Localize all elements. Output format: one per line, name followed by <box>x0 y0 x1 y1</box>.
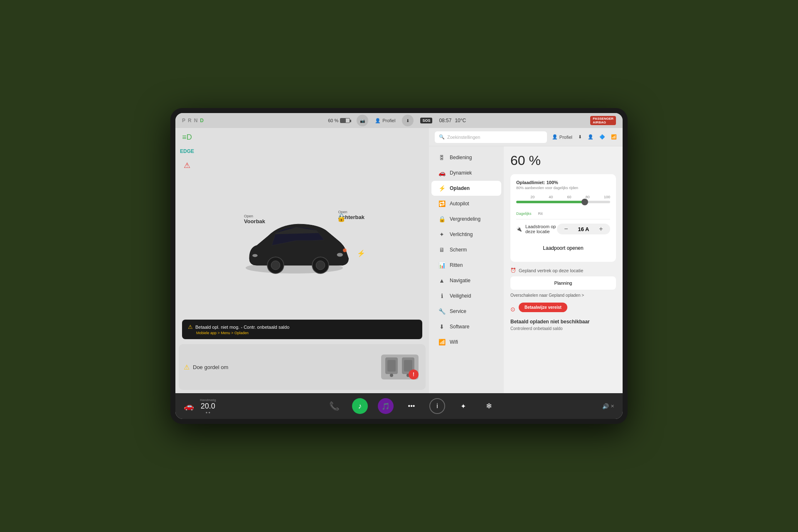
spotify-button[interactable]: ♪ <box>352 398 368 414</box>
person-btn[interactable]: 👤 <box>588 134 594 140</box>
slider-label-40: 40 <box>549 195 553 199</box>
ritten-label: Ritten <box>450 262 463 268</box>
taskbar-temp-display: Handmatig 20.0 ●● <box>200 398 216 414</box>
sidebar-item-wifi[interactable]: 📶 Wifi <box>431 335 501 350</box>
charge-current-text: Laadstroom op deze locatie <box>525 224 556 234</box>
open-port-button[interactable]: Laadpoort openen <box>516 240 610 256</box>
phone-button[interactable]: 📞 <box>326 398 342 414</box>
alert-icon: ⚠ <box>181 160 193 171</box>
sidebar-item-service[interactable]: 🔧 Service <box>431 304 501 319</box>
charge-slider-container[interactable] <box>516 201 610 209</box>
search-placeholder: Zoekinstellingen <box>447 135 480 140</box>
sidebar-item-software[interactable]: ⬇ Software <box>431 319 501 334</box>
wifi-label: Wifi <box>450 339 458 345</box>
headlight-icon: ≡D <box>181 131 193 143</box>
seatbelt-text: Doe gordel om <box>193 364 228 370</box>
vergrendeling-icon: 🔒 <box>438 216 446 222</box>
sos-badge[interactable]: SOS <box>420 118 432 123</box>
profile-btn-top[interactable]: 👤 Profiel <box>375 118 395 123</box>
seatbelt-icon: ⚠ <box>184 363 190 371</box>
current-value: 16 A <box>575 226 592 232</box>
sidebar-item-dynamiek[interactable]: 🚗 Dynamiek <box>431 165 501 180</box>
media-button[interactable]: 🎵 <box>378 398 394 414</box>
svg-point-1 <box>337 253 343 256</box>
search-icon: 🔍 <box>439 134 445 140</box>
prnd-display: P R N D <box>182 118 204 123</box>
slider-thumb[interactable] <box>581 199 588 205</box>
slider-label-80: 80 <box>586 195 590 199</box>
climate-button[interactable]: ❄ <box>481 398 497 414</box>
airbag-alert-badge: ! <box>409 369 419 379</box>
bluetooth-btn[interactable]: 🔷 <box>599 134 605 140</box>
slider-label-20: 20 <box>530 195 534 199</box>
taskbar-car-icon[interactable]: 🚗 <box>184 401 194 411</box>
planning-button[interactable]: Planning <box>510 276 616 290</box>
bluetooth-icon: 🔷 <box>599 134 605 140</box>
bediening-label: Bediening <box>450 155 472 160</box>
status-bar: P R N D 60 % 📷 👤 Profiel ⬇ SOS 08:57 <box>175 113 623 128</box>
taskbar-temp-value: 20.0 <box>201 402 215 411</box>
warning-triangle-icon: ⚠ <box>188 324 193 330</box>
screen-bezel: P R N D 60 % 📷 👤 Profiel ⬇ SOS 08:57 <box>170 108 628 424</box>
camera-icon-btn[interactable]: 📷 <box>357 115 368 126</box>
sidebar-item-navigatie[interactable]: ▲ Navigatie <box>431 273 501 288</box>
vergrendeling-label: Vergrendeling <box>450 216 480 222</box>
gear-n: N <box>194 118 198 123</box>
sidebar-item-verlichting[interactable]: ✦ Verlichting <box>431 227 501 242</box>
plug-icon: 🔌 <box>516 227 522 232</box>
profile-label: Profiel <box>559 135 572 140</box>
svg-point-7 <box>343 248 347 252</box>
verlichting-label: Verlichting <box>450 232 473 237</box>
dynamiek-icon: 🚗 <box>438 170 446 176</box>
sidebar-item-autopilot[interactable]: 🔁 Autopilot <box>431 196 501 211</box>
download-icon: ⬇ <box>578 134 582 140</box>
autopilot-button[interactable]: ✦ <box>455 398 471 414</box>
volume-control[interactable]: 🔊 ✕ <box>602 403 614 409</box>
svg-point-4 <box>271 261 280 270</box>
increase-current-btn[interactable]: + <box>597 225 605 233</box>
profile-label-top: Profiel <box>382 118 395 123</box>
decrease-current-btn[interactable]: − <box>562 225 570 233</box>
wifi-btn[interactable]: 📶 <box>611 134 617 140</box>
sidebar-item-opladen[interactable]: ⚡ Opladen <box>431 181 501 196</box>
sidebar-item-scherm[interactable]: 🖥 Scherm <box>431 242 501 257</box>
ritten-icon: 📊 <box>438 262 446 268</box>
daily-label: Dagelijks <box>516 212 532 216</box>
speaker-icon: 🔊 <box>602 403 609 409</box>
bottom-left-panel: ⚠ Doe gordel om <box>179 344 426 390</box>
scheduled-section: ⏰ Gepland vertrek op deze locatie Planni… <box>510 268 616 331</box>
right-panel: 🔍 Zoekinstellingen 👤 Profiel ⬇ 👤 <box>429 128 623 393</box>
switch-link[interactable]: Overschakelen naar Gepland opladen > <box>510 293 616 298</box>
main-content: ≡D EDGE ⚠ Open Voorbak Open Achterbak <box>175 128 623 393</box>
veiligheid-icon: ℹ <box>438 293 446 299</box>
download-icon-btn[interactable]: ⬇ <box>402 115 414 126</box>
more-button[interactable]: ••• <box>404 398 419 414</box>
info-button[interactable]: i <box>429 398 445 414</box>
profile-btn[interactable]: 👤 Profiel <box>552 134 572 140</box>
charge-limit-title: Oplaadlimiet: 100% <box>516 180 610 185</box>
scheduled-title-text: Gepland vertrek op deze locatie <box>519 268 583 273</box>
warning-sub-text: Mobiele app > Menu > Opladen <box>196 331 416 335</box>
slider-fill <box>516 201 587 203</box>
gear-p: P <box>182 118 185 123</box>
taskbar: 🚗 Handmatig 20.0 ●● 📞 ♪ 🎵 ••• i ✦ ❄ <box>175 393 623 419</box>
screen: P R N D 60 % 📷 👤 Profiel ⬇ SOS 08:57 <box>175 113 623 419</box>
mute-x-icon: ✕ <box>611 404 614 409</box>
profile-icon: 👤 <box>552 134 558 140</box>
download-btn[interactable]: ⬇ <box>578 134 582 140</box>
autopilot-icon: 🔁 <box>438 200 446 207</box>
seatbelt-warning: ⚠ Doe gordel om <box>184 363 228 371</box>
slider-track <box>516 201 610 203</box>
sidebar-item-veiligheid[interactable]: ℹ Veiligheid <box>431 288 501 303</box>
paid-charge-sub: Controleerd onbetaald saldo <box>510 326 616 331</box>
sidebar-item-bediening[interactable]: 🎛 Bediening <box>431 150 501 165</box>
search-box[interactable]: 🔍 Zoekinstellingen <box>435 131 547 143</box>
car-svg <box>236 210 360 285</box>
clock: 08:57 <box>439 118 451 123</box>
warning-text: Betaald opl. niet mog. - Contr. onbetaal… <box>195 325 289 330</box>
charge-limit-sub: 80% aanbevolen voor dagelijks rijden <box>516 186 610 190</box>
sidebar-item-ritten[interactable]: 📊 Ritten <box>431 258 501 273</box>
sidebar-item-vergrendeling[interactable]: 🔒 Vergrendeling <box>431 212 501 227</box>
betaalwijze-button[interactable]: Betaalwijze vereist <box>519 303 567 312</box>
charge-current-control: − 16 A + <box>557 224 610 234</box>
